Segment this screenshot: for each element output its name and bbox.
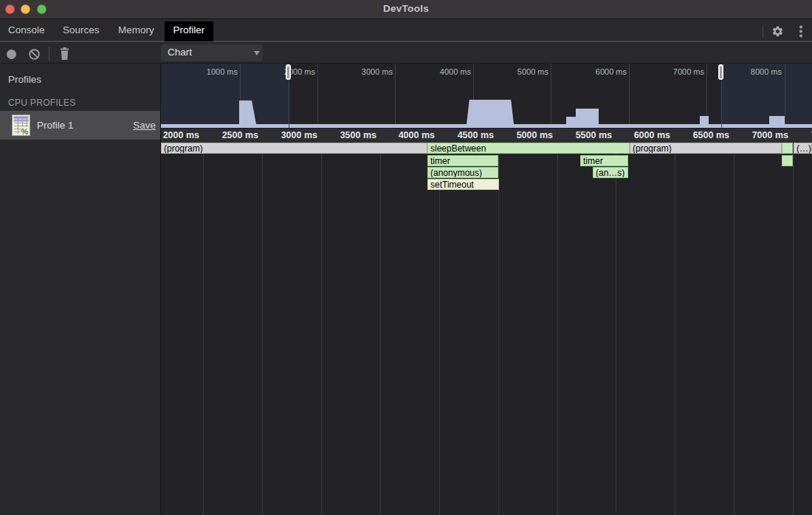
svg-text:%: % — [21, 127, 29, 136]
